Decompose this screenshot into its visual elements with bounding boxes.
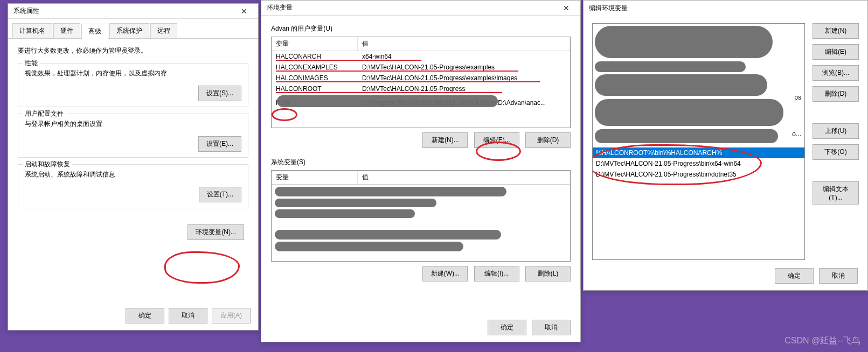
tab-advanced[interactable]: 高级 [81, 24, 108, 39]
dialog-title: 系统属性 [13, 6, 233, 16]
titlebar[interactable]: 环境变量 ✕ [261, 1, 580, 16]
redaction-scribble [595, 129, 778, 143]
close-icon[interactable]: ✕ [233, 6, 255, 17]
path-suffix: ps [794, 94, 801, 101]
col-header-name[interactable]: 变量 [272, 171, 358, 184]
redaction-scribble [275, 199, 436, 207]
intro-text: 要进行大多数更改，你必须作为管理员登录。 [18, 46, 248, 55]
path-list[interactable]: ps o... %HALCONROOT%\bin\%HALCONARCH% D:… [592, 23, 805, 260]
sys-vars-label: 系统变量(S) [271, 158, 571, 167]
browse-button[interactable]: 浏览(B)... [813, 65, 859, 81]
redaction-scribble [277, 95, 498, 107]
user-new-button[interactable]: 新建(N)... [422, 132, 468, 148]
sys-vars-table[interactable]: 变量 值 [271, 170, 571, 262]
move-up-button[interactable]: 上移(U) [813, 123, 859, 139]
annotation-circle [272, 108, 297, 121]
annotation-circle [476, 142, 521, 161]
titlebar[interactable]: 编辑环境变量 [584, 1, 867, 16]
sys-new-button[interactable]: 新建(W)... [422, 266, 468, 281]
performance-settings-button[interactable]: 设置(S)... [198, 86, 241, 101]
close-icon[interactable]: ✕ [555, 3, 577, 13]
redaction-scribble [595, 74, 767, 96]
annotation-circle [164, 251, 240, 284]
col-header-value[interactable]: 值 [358, 37, 570, 51]
environment-variables-dialog: 环境变量 ✕ Advan 的用户变量(U) 变量 值 HALCONARCHx64… [261, 0, 581, 342]
new-button[interactable]: 新建(N) [813, 23, 859, 39]
group-label: 启动和故障恢复 [23, 160, 72, 169]
ok-button[interactable]: 确定 [488, 320, 526, 335]
apply-button: 应用(A) [212, 308, 251, 323]
move-down-button[interactable]: 下移(O) [813, 144, 859, 160]
annotation-underline [276, 60, 421, 61]
cancel-button[interactable]: 取消 [819, 268, 858, 284]
cancel-button[interactable]: 取消 [169, 308, 207, 323]
environment-variables-button[interactable]: 环境变量(N)... [188, 224, 244, 240]
col-header-value[interactable]: 值 [358, 171, 570, 184]
edit-button[interactable]: 编辑(E) [813, 44, 859, 60]
system-properties-dialog: 系统属性 ✕ 计算机名 硬件 高级 系统保护 远程 要进行大多数更改，你必须作为… [8, 3, 259, 330]
sys-edit-button[interactable]: 编辑(I)... [474, 266, 519, 281]
user-profile-group: 用户配置文件 与登录帐户相关的桌面设置 设置(E)... [18, 114, 248, 158]
titlebar[interactable]: 系统属性 ✕ [8, 4, 258, 19]
ok-button[interactable]: 确定 [775, 268, 814, 284]
dialog-title: 环境变量 [267, 3, 555, 12]
redaction-scribble [595, 99, 783, 126]
ok-button[interactable]: 确定 [126, 308, 164, 323]
redaction-scribble [595, 26, 773, 58]
profile-settings-button[interactable]: 设置(E)... [198, 136, 241, 152]
delete-button[interactable]: 删除(D) [813, 86, 859, 102]
annotation-underline [276, 81, 540, 82]
redaction-scribble [275, 242, 463, 251]
tab-hardware[interactable]: 硬件 [53, 23, 80, 38]
startup-group: 启动和故障恢复 系统启动、系统故障和调试信息 设置(T)... [18, 164, 248, 208]
redaction-scribble [275, 230, 501, 240]
tabs: 计算机名 硬件 高级 系统保护 远程 [8, 19, 258, 39]
group-label: 性能 [23, 59, 40, 68]
path-suffix: o... [792, 130, 801, 138]
group-label: 用户配置文件 [23, 109, 66, 118]
edit-path-dialog: 编辑环境变量 ps o... %HALCONROOT%\bin\%HALCONA… [583, 0, 868, 291]
user-delete-button[interactable]: 删除(D) [525, 132, 571, 148]
cancel-button[interactable]: 取消 [532, 320, 571, 335]
tab-computer-name[interactable]: 计算机名 [12, 23, 52, 38]
redaction-scribble [595, 61, 746, 72]
annotation-underline [276, 71, 518, 72]
redaction-scribble [275, 209, 415, 218]
annotation-underline [276, 92, 502, 93]
annotation-circle [592, 144, 762, 185]
group-desc: 视觉效果，处理器计划，内存使用，以及虚拟内存 [25, 69, 241, 78]
edit-text-button[interactable]: 编辑文本(T)... [813, 181, 859, 205]
user-vars-table[interactable]: 变量 值 HALCONARCHx64-win64 HALCONEXAMPLESD… [271, 37, 571, 128]
col-header-name[interactable]: 变量 [272, 37, 358, 51]
group-desc: 与登录帐户相关的桌面设置 [25, 119, 241, 129]
performance-group: 性能 视觉效果，处理器计划，内存使用，以及虚拟内存 设置(S)... [18, 63, 248, 107]
redaction-scribble [275, 187, 506, 196]
tab-system-protection[interactable]: 系统保护 [109, 23, 149, 38]
watermark: CSDN @延益--飞鸟 [784, 335, 860, 347]
tab-remote[interactable]: 远程 [150, 23, 177, 38]
startup-settings-button[interactable]: 设置(T)... [199, 187, 241, 202]
dialog-title: 编辑环境变量 [589, 4, 864, 13]
group-desc: 系统启动、系统故障和调试信息 [25, 170, 241, 179]
sys-delete-button[interactable]: 删除(L) [525, 266, 571, 281]
user-vars-label: Advan 的用户变量(U) [271, 24, 571, 33]
